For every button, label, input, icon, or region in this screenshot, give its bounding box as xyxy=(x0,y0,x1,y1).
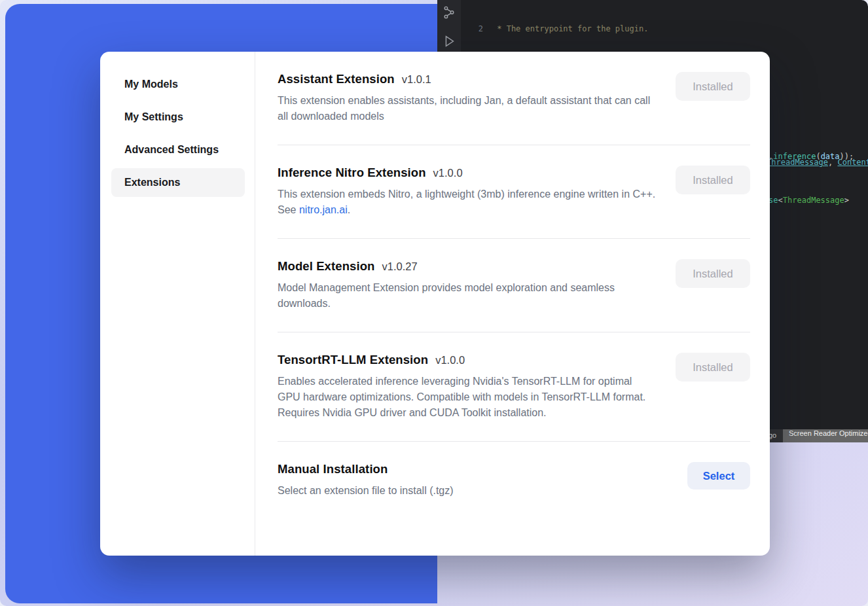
sidebar-item-label: Extensions xyxy=(124,177,180,188)
installed-button[interactable]: Installed xyxy=(676,259,750,288)
extension-version: v1.0.0 xyxy=(433,167,463,179)
sidebar-item-extensions[interactable]: Extensions xyxy=(111,168,245,197)
extension-version: v1.0.0 xyxy=(435,354,465,366)
screenshot-stage: 2 * The entrypoint for the plugin. 3 */ … xyxy=(0,0,868,606)
sidebar-item-my-models[interactable]: My Models xyxy=(111,70,245,99)
extension-name: Inference Nitro Extension xyxy=(278,166,426,180)
manual-installation-row: Manual Installation Select an extension … xyxy=(278,442,750,519)
extension-name: Model Extension xyxy=(278,259,375,274)
references-icon[interactable] xyxy=(442,5,456,20)
extension-name: Assistant Extension xyxy=(278,72,395,86)
sidebar-item-advanced-settings[interactable]: Advanced Settings xyxy=(111,135,245,164)
extension-description: This extension embeds Nitro, a lightweig… xyxy=(278,187,657,218)
screen-reader-status-item[interactable]: Screen Reader Optimized xyxy=(783,429,868,442)
nitro-jan-ai-link[interactable]: nitro.jan.ai xyxy=(299,204,348,215)
line-number: 2 xyxy=(461,24,492,35)
extension-row-tensorrt: TensortRT-LLM Extension v1.0.0 Enables a… xyxy=(278,332,750,441)
extension-row-nitro: Inference Nitro Extension v1.0.0 This ex… xyxy=(278,145,750,238)
extension-version: v1.0.27 xyxy=(382,260,418,273)
settings-modal: My Models My Settings Advanced Settings … xyxy=(100,52,770,556)
extension-row-assistant: Assistant Extension v1.0.1 This extensio… xyxy=(278,52,750,145)
run-icon[interactable] xyxy=(442,34,456,48)
sidebar-item-label: Advanced Settings xyxy=(124,144,219,156)
installed-button[interactable]: Installed xyxy=(676,166,750,194)
extension-description: Enables accelerated inference leveraging… xyxy=(278,374,657,421)
manual-installation-description: Select an extension file to install (.tg… xyxy=(278,483,454,499)
sidebar-item-label: My Settings xyxy=(124,111,183,123)
installed-button[interactable]: Installed xyxy=(676,353,750,382)
select-file-button[interactable]: Select xyxy=(687,462,750,490)
extension-row-model: Model Extension v1.0.27 Model Management… xyxy=(278,239,750,332)
extension-version: v1.0.1 xyxy=(402,73,431,86)
installed-button[interactable]: Installed xyxy=(676,72,750,101)
settings-sidebar: My Models My Settings Advanced Settings … xyxy=(100,52,255,556)
sidebar-item-my-settings[interactable]: My Settings xyxy=(111,103,245,132)
extension-name: TensortRT-LLM Extension xyxy=(278,353,428,367)
extensions-panel: Assistant Extension v1.0.1 This extensio… xyxy=(255,52,770,556)
sidebar-item-label: My Models xyxy=(124,79,178,90)
extension-description: This extension enables assistants, inclu… xyxy=(278,93,657,124)
extension-description: Model Management Extension provides mode… xyxy=(278,280,657,312)
code-line: 2 * The entrypoint for the plugin. xyxy=(461,24,868,35)
manual-installation-title: Manual Installation xyxy=(278,462,388,476)
